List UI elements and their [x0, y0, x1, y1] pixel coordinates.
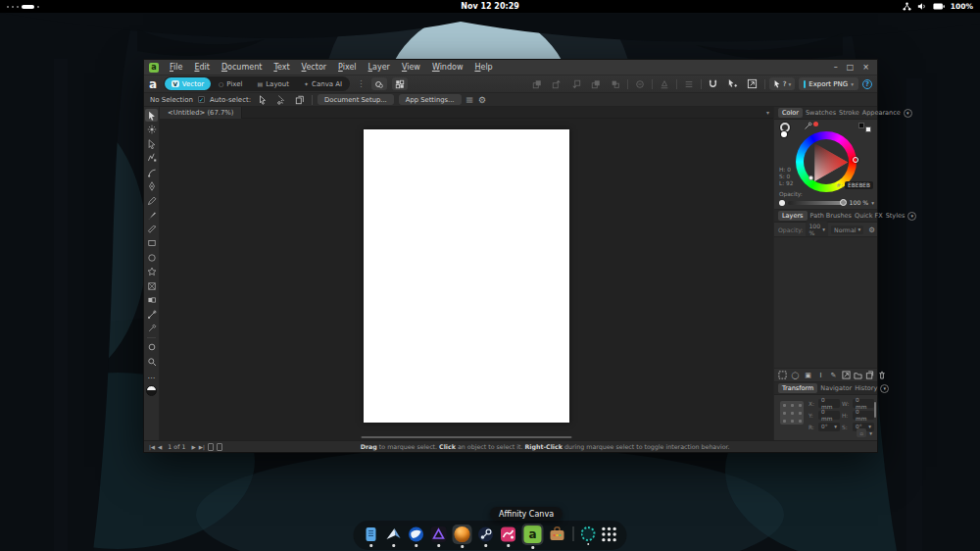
- previous-page-button[interactable]: ◀: [158, 444, 162, 450]
- duplicate-mode-button[interactable]: [293, 94, 307, 105]
- tab-layers[interactable]: Layers: [778, 211, 808, 221]
- tab-styles[interactable]: Styles: [886, 212, 906, 220]
- hex-input[interactable]: EBEBEB: [845, 181, 873, 189]
- blend-mode-dropdown[interactable]: Normal ▾: [831, 225, 863, 234]
- grid-options-icon[interactable]: ▦: [466, 95, 474, 104]
- color-well[interactable]: [146, 385, 157, 396]
- view-tool[interactable]: [145, 341, 158, 354]
- dock-prism-app[interactable]: [430, 526, 448, 543]
- opacity-value[interactable]: 100 %: [850, 199, 869, 206]
- menu-view[interactable]: View: [397, 63, 425, 72]
- layer-opacity-dropdown[interactable]: 100 % ▾: [806, 222, 828, 237]
- dock-file-manager[interactable]: [363, 526, 380, 543]
- color-panel-menu-icon[interactable]: ▾: [904, 109, 912, 118]
- layer-list[interactable]: [774, 236, 877, 368]
- opacity-dropdown-icon[interactable]: ▾: [871, 200, 874, 206]
- tab-path-brushes[interactable]: Path Brushes: [810, 212, 853, 220]
- move-forward-button[interactable]: [549, 77, 564, 90]
- dock-bird-app[interactable]: [385, 526, 403, 543]
- settings-gear-icon[interactable]: ⚙: [478, 95, 486, 105]
- export-png-button[interactable]: Export PNG ▾: [799, 77, 858, 90]
- tab-swatches[interactable]: Swatches: [806, 109, 836, 117]
- dock-web-browser[interactable]: [408, 526, 425, 543]
- h-input[interactable]: 0 mm: [853, 411, 874, 420]
- layers-panel-menu-icon[interactable]: ▾: [907, 212, 916, 221]
- distribute-button[interactable]: [681, 77, 697, 90]
- document-setup-button[interactable]: Document Setup...: [318, 94, 394, 105]
- knife-tool[interactable]: [145, 223, 158, 235]
- move-to-front-button[interactable]: [529, 77, 545, 90]
- noise-toggle[interactable]: [779, 200, 785, 206]
- tab-stroke[interactable]: Stroke: [839, 109, 859, 117]
- new-layer-button[interactable]: [865, 371, 874, 380]
- ellipse-tool[interactable]: [145, 251, 158, 264]
- system-tray[interactable]: 100%: [903, 2, 973, 11]
- snapping-button[interactable]: [706, 77, 721, 90]
- vector-brush-tool[interactable]: [145, 209, 158, 222]
- x-input[interactable]: 0 mm: [818, 399, 840, 408]
- clock[interactable]: Nov 12 20:29: [461, 2, 519, 11]
- tab-transform[interactable]: Transform: [778, 383, 817, 393]
- artboard-tool[interactable]: [145, 124, 158, 136]
- menu-window[interactable]: Window: [427, 63, 468, 72]
- close-button[interactable]: ×: [862, 63, 869, 72]
- dock-settings[interactable]: [581, 526, 596, 541]
- horizontal-scrollbar[interactable]: [362, 436, 572, 438]
- spread-view-icon[interactable]: [217, 443, 222, 451]
- dock-app-grid[interactable]: [601, 526, 618, 543]
- symbol-button[interactable]: [632, 77, 648, 90]
- document-page[interactable]: [364, 129, 569, 423]
- persona-canva-ai[interactable]: ✦ Canva AI: [297, 77, 349, 90]
- tab-navigator[interactable]: Navigator: [820, 384, 852, 392]
- order-options-button[interactable]: [608, 77, 623, 90]
- rotation-input[interactable]: 0°▾: [818, 423, 840, 431]
- dock-affinity-canva[interactable]: a: [522, 524, 544, 545]
- persona-vector[interactable]: V Vector: [165, 77, 211, 90]
- next-page-button[interactable]: ▶: [191, 444, 195, 450]
- default-colors-chip[interactable]: [858, 123, 871, 132]
- adjustment-layer-icon[interactable]: ◯: [791, 371, 800, 380]
- persona-pixel[interactable]: ○ Pixel: [212, 77, 249, 90]
- transform-scrollbar[interactable]: [874, 402, 876, 418]
- fill-tool[interactable]: [145, 308, 158, 321]
- first-page-button[interactable]: |◀: [149, 444, 155, 450]
- export-dropdown-icon[interactable]: ▾: [851, 81, 854, 87]
- dock-app-store[interactable]: [549, 526, 566, 543]
- fill-stroke-selector[interactable]: [780, 123, 798, 137]
- move-tool[interactable]: [145, 109, 158, 122]
- tab-color[interactable]: Color: [778, 108, 803, 118]
- pointer-options-button[interactable]: [725, 77, 741, 90]
- transform-footer-chevron-icon[interactable]: ▾: [869, 430, 872, 436]
- maximize-button[interactable]: □: [847, 63, 855, 72]
- canvas-viewport[interactable]: [160, 119, 773, 440]
- help-button[interactable]: ?: [862, 79, 872, 89]
- y-input[interactable]: 0 mm: [818, 411, 840, 420]
- app-settings-button[interactable]: App Settings...: [399, 94, 462, 105]
- style-picker-tool[interactable]: [145, 323, 158, 335]
- opacity-slider-knob[interactable]: [840, 199, 847, 206]
- contour-tool[interactable]: [145, 152, 158, 165]
- anchor-point-selector[interactable]: [780, 401, 804, 425]
- group-layers-button[interactable]: [854, 371, 862, 380]
- zoom-tool[interactable]: [145, 355, 158, 368]
- menu-layer[interactable]: Layer: [364, 63, 395, 72]
- rectangle-tool[interactable]: [145, 237, 158, 250]
- menu-text[interactable]: Text: [269, 63, 294, 72]
- toolbar-overflow-icon[interactable]: ⋮: [355, 79, 367, 88]
- menu-document[interactable]: Document: [217, 63, 267, 72]
- pencil-tool[interactable]: [145, 194, 158, 207]
- menu-pixel[interactable]: Pixel: [333, 63, 362, 72]
- move-to-back-button[interactable]: [588, 77, 604, 90]
- auto-select-checkbox[interactable]: ✓: [198, 96, 205, 103]
- blend-options-gear-icon[interactable]: ⚙: [868, 225, 875, 234]
- dock-steam[interactable]: [477, 526, 495, 543]
- fill-chip[interactable]: [781, 131, 787, 137]
- tab-quick-fx[interactable]: Quick FX: [855, 212, 883, 220]
- move-backward-button[interactable]: [568, 77, 584, 90]
- node-tool[interactable]: [145, 137, 158, 150]
- delete-layer-button[interactable]: [877, 371, 886, 380]
- menu-vector[interactable]: Vector: [297, 63, 332, 72]
- pointer-mode-button[interactable]: [256, 94, 270, 105]
- picture-frame-tool[interactable]: [145, 279, 158, 292]
- alignment-button[interactable]: [657, 77, 672, 90]
